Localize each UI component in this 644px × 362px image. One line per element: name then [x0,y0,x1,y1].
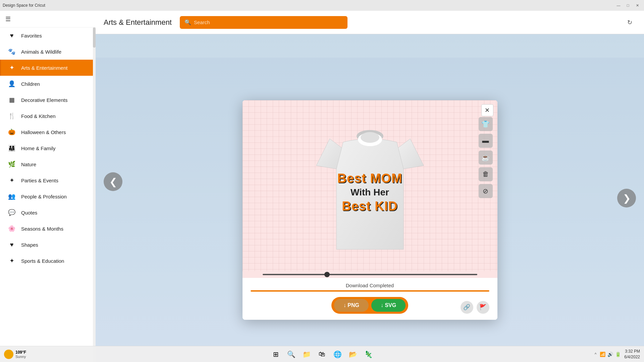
flag-icon-button[interactable]: 🚩 [477,301,489,314]
sidebar-item-nature[interactable]: 🌿 Nature [0,156,96,172]
svg-point-2 [361,132,379,143]
weather-temp: 109°F [15,350,26,355]
sidebar-icon-nature: 🌿 [8,160,16,168]
sidebar-label-food: Food & Kitchen [21,113,56,119]
sidebar-label-decorative: Decorative Elements [21,97,67,103]
sidebar-item-parties[interactable]: ✦ Parties & Events [0,172,96,188]
sidebar-item-seasons[interactable]: 🌸 Seasons & Months [0,221,96,237]
sidebar-icon-food: 🍴 [8,112,16,120]
sidebar-icon-shapes: ♥ [8,241,16,249]
sidebar-item-arts[interactable]: ✦ Arts & Entertainment [0,60,96,76]
sidebar-icon-animals: 🐾 [8,48,16,56]
sidebar-icon-children: 👤 [8,80,16,88]
sidebar-label-animals: Animals & Wildlife [21,49,61,55]
modal-preview: ✕ [243,100,497,271]
tshirt-line3: Best KID [337,199,402,214]
taskbar-search-button[interactable]: 🔍 [284,348,298,361]
sidebar-item-people[interactable]: 👥 People & Profession [0,188,96,204]
sidebar-icon-arts: ✦ [8,64,16,72]
modal: ✕ [243,100,497,320]
app-window: ☰ ♥ Favorites🐾 Animals & Wildlife✦ Arts … [0,11,644,362]
zoom-slider[interactable] [263,274,477,275]
sidebar-label-favorites: Favorites [21,33,42,39]
taskbar-files-button[interactable]: 📁 [300,348,313,361]
download-svg-button[interactable]: ↓ SVG [371,299,406,312]
link-icon-button[interactable]: 🔗 [461,301,473,314]
sidebar-scroll[interactable]: ♥ Favorites🐾 Animals & Wildlife✦ Arts & … [0,27,96,362]
search-input[interactable] [194,19,343,25]
no-icon-btn[interactable]: ⊘ [479,184,493,198]
sidebar-label-seasons: Seasons & Months [21,226,63,232]
mug-lid-icon-btn[interactable]: ▬ [479,134,493,148]
tshirt-container: Best MOM With Her Best KID [310,115,430,256]
sidebar-item-sports[interactable]: ✦ Sports & Education [0,253,96,269]
sidebar-icon-favorites: ♥ [8,32,16,40]
sidebar-item-shapes[interactable]: ♥ Shapes [0,237,96,253]
taskbar-edge-button[interactable]: 🌐 [331,348,344,361]
taskbar-left: 109°F Sunny [4,350,26,359]
minimize-button[interactable]: — [614,2,623,9]
sidebar-item-favorites[interactable]: ♥ Favorites [0,27,96,44]
download-png-button[interactable]: ↓ PNG [334,299,369,312]
hamburger-button[interactable]: ☰ [5,15,11,23]
sidebar-icon-decorative: ▦ [8,96,16,104]
sidebar-header: ☰ [0,11,96,27]
sidebar-label-quotes: Quotes [21,210,37,216]
sidebar-item-home[interactable]: 👨‍👩‍👧 Home & Family [0,140,96,156]
taskbar-center: ⊞ 🔍 📁 🛍 🌐 📂 🦎 [269,348,375,361]
main-content: Arts & Entertainment 🔍 ↻ ❮ ✕ [96,11,644,362]
coffee-icon-btn[interactable]: ☕ [479,150,493,165]
sidebar-icon-people: 👥 [8,192,16,200]
background-area: ❮ ✕ [96,34,644,362]
modal-slider-row [243,271,497,278]
trash-icon-btn[interactable]: 🗑 [479,167,493,181]
weather-desc: Sunny [15,355,26,359]
titlebar: Design Space for Cricut — □ ✕ [0,0,644,11]
taskbar-folder-button[interactable]: 📂 [346,348,360,361]
tshirt-line2: With Her [337,187,402,198]
sidebar-icon-parties: ✦ [8,176,16,184]
sidebar-label-shapes: Shapes [21,242,38,248]
sidebar-item-quotes[interactable]: 💬 Quotes [0,204,96,221]
system-icons: 📶 🔊 🔋 [600,352,621,357]
start-button[interactable]: ⊞ [269,348,282,361]
sidebar-item-food[interactable]: 🍴 Food & Kitchen [0,108,96,124]
taskbar-clock[interactable]: 3:32 PM 6/4/2022 [624,349,640,360]
tshirt-line1: Best MOM [337,171,402,186]
sidebar-label-people: People & Profession [21,194,67,199]
taskbar-gecko-button[interactable]: 🦎 [362,348,375,361]
tshirt-icon-btn[interactable]: 👕 [479,117,493,131]
sidebar-icon-sports: ✦ [8,257,16,265]
refresh-button[interactable]: ↻ [623,16,636,29]
sidebar-icon-home: 👨‍👩‍👧 [8,144,16,152]
scroll-track [93,27,96,362]
taskbar-chevron[interactable]: ^ [595,352,597,357]
sidebar-item-animals[interactable]: 🐾 Animals & Wildlife [0,44,96,60]
weather-icon [4,350,13,359]
main-header: Arts & Entertainment 🔍 ↻ [96,11,644,34]
sidebar-icon-quotes: 💬 [8,208,16,217]
scroll-thumb[interactable] [93,27,96,48]
sidebar-icon-seasons: 🌸 [8,225,16,233]
modal-overlay: ✕ [96,58,644,362]
download-progress-fill [251,290,489,292]
sidebar-label-home: Home & Family [21,145,56,151]
sidebar: ☰ ♥ Favorites🐾 Animals & Wildlife✦ Arts … [0,11,96,362]
weather-info: 109°F Sunny [15,350,26,359]
slider-thumb[interactable] [324,272,330,277]
sidebar-item-halloween[interactable]: 🎃 Halloween & Others [0,124,96,140]
maximize-button[interactable]: □ [624,2,632,9]
tshirt-text: Best MOM With Her Best KID [337,171,402,214]
taskbar-date-value: 6/4/2022 [624,354,640,360]
modal-close-button[interactable]: ✕ [481,104,493,116]
wifi-icon: 📶 [600,352,605,357]
close-button[interactable]: ✕ [633,2,641,9]
sidebar-item-decorative[interactable]: ▦ Decorative Elements [0,92,96,108]
product-type-icons: 👕 ▬ ☕ 🗑 ⊘ [479,117,493,198]
taskbar-store-button[interactable]: 🛍 [315,348,329,361]
search-bar[interactable]: 🔍 [180,16,347,29]
sidebar-label-nature: Nature [21,162,36,167]
nav-arrow-right[interactable]: ❯ [617,189,636,207]
nav-arrow-left[interactable]: ❮ [104,172,122,191]
sidebar-item-children[interactable]: 👤 Children [0,76,96,92]
